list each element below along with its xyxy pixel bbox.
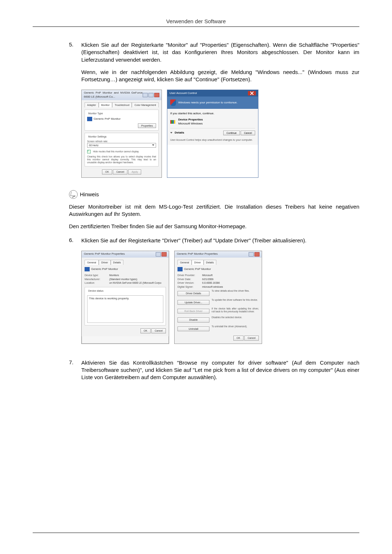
cancel-button[interactable]: Cancel [113,169,127,174]
uac-footer-text: User Acoount Control helps stop unauthor… [170,138,255,141]
hide-modes-help: Clearing this check box allows you to se… [87,155,156,164]
footer-rule [33,533,359,533]
driver-provider-label: Driver Provider: [177,274,202,277]
cancel-button[interactable]: Cancel [241,131,255,135]
hinweis-p1: Dieser Monitortreiber ist mit dem MS-Log… [69,203,359,218]
monitor-icon [87,117,92,121]
step-6-p1: Klicken Sie auf der Registerkarte "Drive… [81,237,359,244]
driver-details-help: To view details about the driver files. [212,290,259,292]
monitor-name: Generic PnP Monitor [94,117,121,120]
update-driver-button[interactable]: Update Driver... [177,300,209,305]
tab-general[interactable]: General [177,260,192,265]
ok-button[interactable]: OK [102,169,112,174]
location-value: on NVIDIA GeForce 6600 LE (Microsoft Cor… [109,281,166,284]
digital-signer-label: Digital Signer: [177,285,202,288]
dlg-driver-driver-title: Generic PnP Monitor Properties [177,252,218,256]
continue-button[interactable]: Continue [223,131,240,135]
cancel-button[interactable]: Cancel [244,336,259,340]
driver-details-button[interactable]: Driver Details [177,291,209,296]
uac-program-name: Device Properties [178,118,203,122]
device-type-label: Device type: [85,274,109,277]
driver-version-value: 6.0.6000.16386 [202,281,259,284]
disable-help: Disables the selected device. [212,316,259,319]
screenshot-driver-driver: Generic PnP Monitor Properties General D… [174,251,262,344]
uac-publisher: Microsoft Windows [178,122,203,126]
monitor-name: Generic PnP Monitor [184,267,211,271]
refresh-rate-value: 60 Hertz [89,144,98,147]
maximize-icon[interactable] [148,93,154,97]
page-header-title: Verwenden der Software [33,18,359,24]
cancel-button[interactable]: Cancel [151,328,166,333]
chevron-down-icon [152,144,154,146]
uninstall-button[interactable]: Uninstall [177,327,209,331]
step-7-p1: Aktivieren Sie das Kontrollkästchen "Bro… [81,359,359,381]
tab-adapter[interactable]: Adapter [85,102,99,107]
close-icon[interactable] [254,252,260,257]
disable-button[interactable]: Disable [177,317,209,322]
monitor-name: Generic PnP Monitor [91,267,118,271]
separator [170,128,255,128]
driver-provider-value: Microsoft [202,274,259,277]
uac-if-started: If you started this action, continue. [170,112,255,116]
ok-button[interactable]: OK [140,328,151,333]
properties-button[interactable]: Properties [138,123,156,128]
refresh-rate-label: Screen refresh rate: [87,140,156,143]
tab-driver[interactable]: Driver [192,260,204,265]
uac-banner-text: Windows needs your permission to contion… [178,101,237,105]
refresh-rate-select[interactable]: 60 Hertz [87,143,156,148]
hinweis-p2: Den zertifizierten Treiber finden Sie au… [69,223,359,230]
screenshot-uac: User Account Control Windows needs your … [167,90,258,178]
tab-details[interactable]: Details [204,260,216,265]
minimize-icon[interactable] [143,93,148,97]
step-5-number: 5. [69,41,81,186]
group-monitor-settings: Monitor Settings [87,135,108,138]
location-label: Location: [85,281,109,284]
driver-date-label: Driver Date: [177,278,202,281]
step-5-p1: Klicken Sie auf der Registerkarte "Monit… [81,41,359,63]
hinweis-label: Hinweis [80,191,99,197]
help-icon[interactable] [249,252,254,257]
uac-title: User Account Control [170,91,197,95]
tab-color-management[interactable]: Color Management [132,102,159,107]
driver-version-label: Driver Version: [177,281,202,284]
device-status-label: Device status [87,289,105,292]
driver-date-value: 6/21/2006 [202,278,259,281]
monitor-icon [85,267,90,271]
screenshot-monitor-properties: Generic PnP Monitor and NVIDIA GeForce 6… [81,90,162,178]
windows-flag-icon [170,120,175,124]
tab-general[interactable]: General [85,260,99,265]
roll-back-driver-button[interactable]: Roll Back Driver [177,309,209,313]
close-icon[interactable] [162,252,167,257]
apply-button[interactable]: Apply [128,169,141,174]
help-icon[interactable] [156,252,161,257]
hide-modes-checkbox[interactable] [87,150,91,153]
manufacturer-label: Manufacturer: [85,278,109,281]
details-toggle[interactable]: Details [175,131,184,134]
uninstall-help: To uninstall the driver (Advanced). [212,325,259,328]
monitor-icon [177,267,183,271]
update-driver-help: To update the driver software for this d… [212,299,259,301]
tab-monitor[interactable]: Monitor [99,102,112,107]
roll-back-help: If the device fails after updating the d… [212,307,259,313]
manufacturer-value: (Standard monitor types) [109,278,166,281]
chevron-down-icon [170,132,172,134]
step-5-p2: Wenn, wie in der nachfolgenden Abbildung… [81,69,359,83]
step-6-number: 6. [69,237,81,353]
device-type-value: Monitors [109,274,166,277]
dlg-driver-general-title: Generic PnP Monitor Properties [84,252,125,256]
tab-details[interactable]: Details [111,260,123,265]
group-monitor-type: Monitor Type [87,112,104,115]
note-icon [69,190,78,199]
hide-modes-label: Hide modes that this monitor cannot disp… [93,150,139,153]
header-rule [33,26,359,27]
step-7-number: 7. [69,359,81,386]
shield-icon [170,99,176,106]
close-icon[interactable] [154,93,159,97]
close-icon[interactable] [248,91,256,95]
screenshot-driver-general: Generic PnP Monitor Properties General D… [81,251,169,344]
ok-button[interactable]: OK [233,336,244,340]
tab-troubleshoot[interactable]: Troubleshoot [112,102,132,107]
tab-driver[interactable]: Driver [99,260,111,265]
device-status-text: This device is working properly. [87,295,163,323]
digital-signer-value: microsoft windows [202,285,259,288]
